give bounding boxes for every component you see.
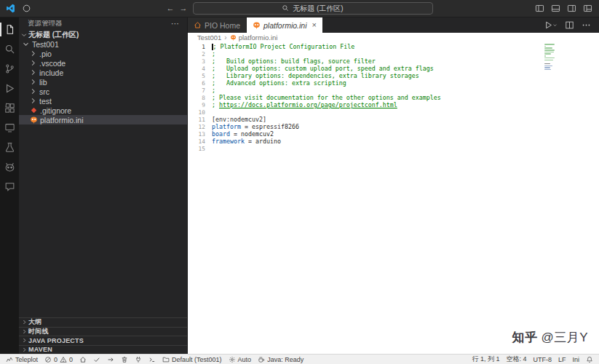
section-label: MAVEN	[28, 346, 52, 353]
status-pio-home[interactable]	[79, 356, 87, 363]
tab-label: platformio.ini	[263, 21, 307, 30]
section-item[interactable]: 大纲	[19, 317, 187, 327]
status-teleplot[interactable]: Teleplot	[6, 356, 38, 363]
status-bar-left: Teleplot00Default (Test001)AutoJava: Rea…	[6, 355, 304, 364]
code-lines: 1; PlatformIO Project Configuration File…	[188, 43, 599, 152]
nav-back-icon[interactable]: ←	[167, 4, 175, 12]
line-number: 15	[188, 146, 212, 152]
status-problems[interactable]: 00	[44, 356, 73, 363]
tab-platformio-ini[interactable]: platformio.ini×	[247, 17, 323, 33]
editor-action-more-actions[interactable]	[582, 20, 591, 30]
editor-action-split-editor[interactable]	[565, 20, 574, 30]
status-pio-clean[interactable]	[121, 356, 128, 363]
remote-icon	[4, 122, 15, 133]
code-line: 12platform = espressif8266	[188, 123, 599, 130]
status-pio-project-env[interactable]: Default (Test001)	[162, 356, 222, 363]
section-label: 大纲	[28, 317, 41, 327]
activity-run-debug[interactable]	[0, 79, 19, 98]
alien-icon	[253, 21, 261, 29]
trash-icon	[121, 356, 128, 363]
tree-item-label: include	[39, 68, 63, 77]
activity-testing[interactable]	[0, 138, 19, 157]
line-content: framework = arduino	[212, 138, 281, 145]
status-cursor-position[interactable]: 行 1, 列 1	[472, 355, 499, 364]
editor-action-run-file[interactable]	[544, 20, 558, 30]
tree-item-test[interactable]: test	[19, 96, 187, 106]
code-line: 11[env:nodemcuv2]	[188, 116, 599, 123]
scm-icon	[4, 63, 15, 74]
activity-source-control[interactable]	[0, 59, 19, 79]
section-java-projects[interactable]: JAVA PROJECTS	[19, 336, 187, 345]
close-icon[interactable]: ×	[312, 21, 317, 29]
tree-item-test001[interactable]: Test001	[19, 39, 187, 49]
workspace-section-header[interactable]: 无标题 (工作区)	[19, 30, 187, 39]
section-label: 时间线	[28, 327, 49, 336]
graph-icon	[6, 356, 13, 363]
activity-extensions[interactable]	[0, 98, 19, 118]
tree-item-vscode[interactable]: .vscode	[19, 58, 187, 68]
command-center-search[interactable]: 无标题 (工作区)	[193, 2, 433, 15]
status-pio-port[interactable]: Auto	[229, 356, 252, 363]
file-tree: Test001.pio.vscodeincludelibsrctest.giti…	[19, 39, 187, 317]
status-pio-serial-monitor[interactable]	[135, 356, 142, 363]
tree-item-src[interactable]: src	[19, 87, 187, 96]
tree-item-include[interactable]: include	[19, 68, 187, 77]
status-notifications[interactable]	[586, 356, 593, 363]
tree-item-label: .vscode	[39, 59, 66, 68]
status-pio-build[interactable]	[93, 356, 100, 363]
command-center-label: 无标题 (工作区)	[293, 4, 343, 14]
tree-item-pio[interactable]: .pio	[19, 49, 187, 58]
status-indentation[interactable]: 空格: 4	[506, 355, 526, 364]
code-editor[interactable]: 1; PlatformIO Project Configuration File…	[188, 42, 599, 354]
tree-item-gitignore[interactable]: .gitignore	[19, 106, 187, 115]
activity-search[interactable]	[0, 39, 19, 59]
toggle-panel-icon[interactable]	[551, 4, 560, 13]
status-bar: Teleplot00Default (Test001)AutoJava: Rea…	[0, 354, 599, 364]
toggle-secondary-sidebar-icon[interactable]	[567, 4, 576, 13]
minimap[interactable]	[544, 44, 557, 70]
code-link[interactable]: https://docs.platformio.org/page/project…	[219, 101, 397, 108]
more-actions-icon[interactable]: ⋯	[171, 19, 180, 28]
tab-label: PIO Home	[205, 21, 240, 30]
line-number: 6	[188, 80, 212, 87]
section-item[interactable]: 时间线	[19, 327, 187, 336]
tree-item-label: src	[39, 87, 49, 96]
testing-icon	[4, 142, 15, 153]
status-java-status[interactable]: Java: Ready	[258, 356, 304, 363]
line-content: ; Advanced options: extra scripting	[212, 79, 346, 87]
activity-explorer[interactable]	[0, 20, 19, 39]
home-icon	[194, 21, 202, 29]
activity-remote-explorer[interactable]	[0, 118, 19, 138]
line-number: 3	[188, 58, 212, 65]
status-eol[interactable]: LF	[558, 356, 566, 363]
line-number: 9	[188, 102, 212, 108]
chevron-right-icon	[29, 50, 37, 58]
breadcrumb-item[interactable]: platformio.ini	[230, 33, 278, 41]
nav-forward-icon[interactable]: →	[180, 4, 188, 12]
account-icon[interactable]	[22, 4, 31, 13]
line-number: 13	[188, 131, 212, 138]
chevron-right-icon	[21, 347, 28, 353]
activity-platformio[interactable]	[0, 157, 19, 177]
status-encoding[interactable]: UTF-8	[533, 356, 552, 363]
section-maven[interactable]: MAVEN	[19, 345, 187, 355]
status-language-mode[interactable]: Ini	[572, 356, 579, 363]
customize-layout-icon[interactable]	[583, 4, 592, 13]
breadcrumb-item[interactable]: Test001	[197, 33, 221, 41]
status-pio-terminal[interactable]	[148, 356, 156, 363]
toggle-primary-sidebar-icon[interactable]	[535, 4, 544, 13]
section-label: JAVA PROJECTS	[28, 337, 84, 344]
title-bar: ← → 无标题 (工作区)	[0, 0, 599, 17]
tab-pio-home[interactable]: PIO Home	[188, 17, 247, 33]
line-number: 4	[188, 66, 212, 72]
watermark-logo: 知乎	[512, 331, 537, 344]
title-bar-center: ← → 无标题 (工作区)	[0, 0, 599, 17]
line-content: ; PlatformIO Project Configuration File	[212, 43, 354, 50]
tree-item-platformio-ini[interactable]: platformio.ini	[19, 115, 187, 124]
title-bar-left	[0, 4, 31, 13]
activity-chat[interactable]	[0, 177, 19, 197]
status-pio-upload[interactable]	[107, 356, 114, 363]
line-number: 12	[188, 124, 212, 130]
search-icon	[282, 4, 289, 13]
tree-item-lib[interactable]: lib	[19, 77, 187, 87]
